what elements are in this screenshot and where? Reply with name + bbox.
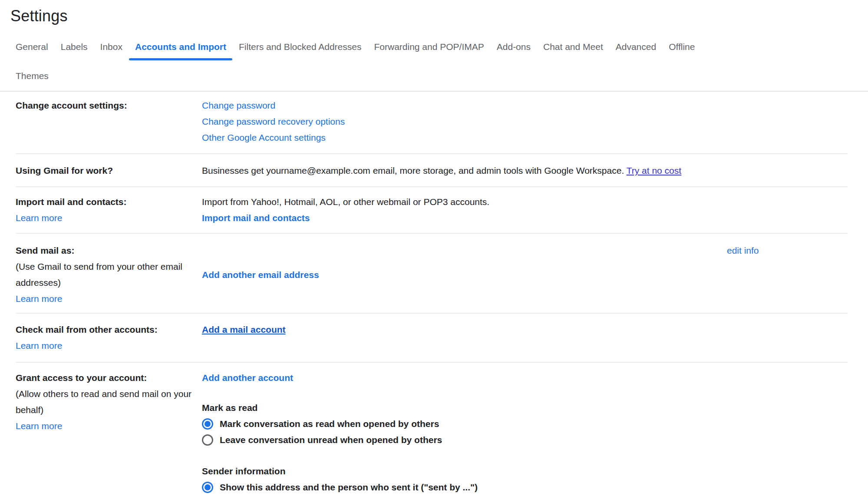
send-mail-as-sublabel: (Use Gmail to send from your other email… — [16, 258, 193, 291]
tab-advanced[interactable]: Advanced — [616, 42, 656, 60]
other-google-account-settings-link[interactable]: Other Google Account settings — [202, 129, 727, 146]
tab-labels[interactable]: Labels — [61, 42, 88, 60]
row-using-gmail-for-work: Using Gmail for work? Businesses get you… — [16, 154, 848, 187]
row-right-cell — [727, 162, 848, 179]
change-account-settings-label: Change account settings: — [16, 100, 127, 110]
add-a-mail-account-link[interactable]: Add a mail account — [202, 324, 286, 334]
row-right-cell: edit info — [727, 242, 848, 307]
edit-info-link[interactable]: edit info — [727, 245, 759, 255]
tab-filters-and-blocked-addresses[interactable]: Filters and Blocked Addresses — [239, 42, 361, 60]
row-right-cell — [727, 370, 848, 495]
tab-chat-and-meet[interactable]: Chat and Meet — [543, 42, 603, 60]
settings-rows: Change account settings: Change password… — [16, 92, 848, 495]
row-label-cell: Send mail as: (Use Gmail to send from yo… — [16, 242, 202, 307]
import-mail-and-contacts-link[interactable]: Import mail and contacts — [202, 210, 727, 226]
check-mail-learn-more-link[interactable]: Learn more — [16, 338, 193, 354]
add-another-account-link[interactable]: Add another account — [202, 370, 727, 386]
row-content-cell: Import from Yahoo!, Hotmail, AOL, or oth… — [202, 194, 727, 226]
radio-selected-icon[interactable] — [202, 482, 213, 493]
row-right-cell — [727, 321, 848, 354]
row-label-cell: Change account settings: — [16, 97, 202, 146]
row-content-cell: Add a mail account — [202, 321, 727, 354]
row-right-cell — [727, 194, 848, 226]
radio-leave-conversation-unread[interactable]: Leave conversation unread when opened by… — [202, 432, 727, 448]
send-mail-as-learn-more-link[interactable]: Learn more — [16, 291, 193, 307]
radio-label[interactable]: Mark conversation as read when opened by… — [220, 416, 439, 432]
tab-inbox[interactable]: Inbox — [100, 42, 122, 60]
workspace-promo-text: Businesses get yourname@example.com emai… — [202, 165, 627, 175]
row-content-cell: Change password Change password recovery… — [202, 97, 727, 146]
radio-label[interactable]: Show this address and the person who sen… — [220, 479, 478, 495]
tab-general[interactable]: General — [16, 42, 48, 60]
tab-forwarding-and-pop-imap[interactable]: Forwarding and POP/IMAP — [374, 42, 484, 60]
row-check-mail-from-other-accounts: Check mail from other accounts: Learn mo… — [16, 314, 848, 363]
tab-row-2: Themes — [16, 71, 868, 91]
row-import-mail-and-contacts: Import mail and contacts: Learn more Imp… — [16, 187, 848, 234]
check-mail-label: Check mail from other accounts: — [16, 321, 193, 338]
page-title: Settings — [0, 0, 868, 25]
tab-offline[interactable]: Offline — [669, 42, 695, 60]
row-right-cell — [727, 97, 848, 146]
change-password-link[interactable]: Change password — [202, 97, 727, 113]
row-label-cell: Grant access to your account: (Allow oth… — [16, 370, 202, 495]
gmail-settings-page: Settings General Labels Inbox Accounts a… — [0, 0, 868, 503]
row-label-cell: Using Gmail for work? — [16, 162, 202, 179]
tab-add-ons[interactable]: Add-ons — [497, 42, 531, 60]
using-gmail-for-work-label: Using Gmail for work? — [16, 165, 113, 175]
row-change-account-settings: Change account settings: Change password… — [16, 92, 848, 154]
row-send-mail-as: Send mail as: (Use Gmail to send from yo… — [16, 234, 848, 314]
row-content-cell: Add another account Mark as read Mark co… — [202, 370, 727, 495]
grant-access-sublabel: (Allow others to read and send mail on y… — [16, 386, 193, 418]
row-grant-access: Grant access to your account: (Allow oth… — [16, 363, 848, 495]
mark-as-read-heading: Mark as read — [202, 400, 727, 416]
change-password-recovery-options-link[interactable]: Change password recovery options — [202, 113, 727, 129]
import-description-text: Import from Yahoo!, Hotmail, AOL, or oth… — [202, 194, 727, 210]
tab-accounts-and-import[interactable]: Accounts and Import — [135, 42, 226, 60]
radio-label[interactable]: Leave conversation unread when opened by… — [220, 432, 442, 448]
row-content-cell: Add another email address — [202, 242, 727, 307]
row-label-cell: Check mail from other accounts: Learn mo… — [16, 321, 202, 354]
radio-unselected-icon[interactable] — [202, 434, 213, 446]
import-mail-and-contacts-label: Import mail and contacts: — [16, 194, 193, 210]
settings-tab-bar: General Labels Inbox Accounts and Import… — [0, 42, 868, 92]
try-at-no-cost-link[interactable]: Try at no cost — [627, 165, 681, 175]
row-content-cell: Businesses get yourname@example.com emai… — [202, 162, 727, 179]
tab-row-1: General Labels Inbox Accounts and Import… — [16, 42, 868, 60]
add-another-email-address-link[interactable]: Add another email address — [202, 267, 319, 283]
radio-mark-conversation-as-read[interactable]: Mark conversation as read when opened by… — [202, 416, 727, 432]
grant-access-learn-more-link[interactable]: Learn more — [16, 418, 193, 434]
sender-information-heading: Sender information — [202, 463, 727, 479]
radio-show-this-address[interactable]: Show this address and the person who sen… — [202, 479, 727, 495]
send-mail-as-label: Send mail as: — [16, 242, 193, 258]
row-label-cell: Import mail and contacts: Learn more — [16, 194, 202, 226]
import-learn-more-link[interactable]: Learn more — [16, 210, 193, 226]
grant-access-label: Grant access to your account: — [16, 370, 193, 386]
radio-selected-icon[interactable] — [202, 418, 213, 430]
tab-themes[interactable]: Themes — [16, 71, 49, 91]
